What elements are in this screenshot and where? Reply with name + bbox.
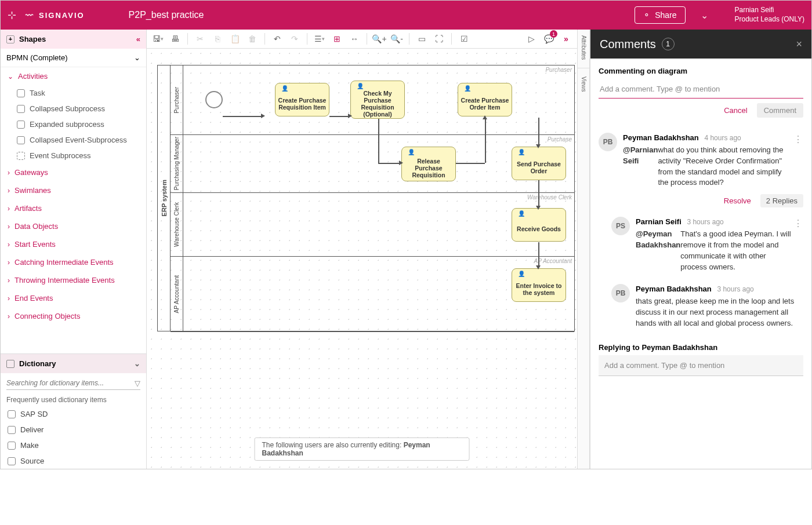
fullscreen-button[interactable]: ⛶ (432, 31, 447, 46)
share-label: Share (655, 10, 676, 20)
paste-button[interactable]: 📋 (227, 31, 242, 46)
resolve-button[interactable]: Resolve (720, 194, 755, 207)
spacing-button[interactable]: ↔ (347, 31, 362, 46)
user-menu-chevron-icon[interactable]: ⌄ (701, 10, 708, 21)
category-data-objects[interactable]: Data Objects (1, 217, 146, 235)
add-shape-icon[interactable]: + (6, 35, 14, 43)
share-button[interactable]: ⚬ Share (635, 6, 685, 24)
redo-button[interactable]: ↷ (287, 31, 302, 46)
save-button[interactable]: 🖫 (150, 31, 165, 46)
task-release-requisition[interactable]: Release Purchase Requisition (401, 147, 456, 181)
lane-label-warehouse: Warehouse Clerk (527, 194, 572, 200)
task-send-po[interactable]: Send Purchase Order (512, 147, 566, 180)
category-throwing-intermediate[interactable]: Throwing Intermediate Events (1, 271, 146, 289)
shape-event-subprocess[interactable]: Event Subprocess (1, 148, 146, 163)
bpmn-pool[interactable]: ERP system Purchaser Purchaser Create Pu… (157, 65, 575, 331)
grid-button[interactable]: ⊞ (329, 31, 345, 46)
shape-collapsed-event-subprocess[interactable]: Collapsed Event-Subprocess (1, 132, 146, 148)
copy-button[interactable]: ⎘ (210, 31, 225, 46)
zoom-in-button[interactable]: 🔍+ (372, 31, 387, 46)
brand: 〰 SIGNAVIO (26, 11, 85, 20)
nav-icon[interactable]: ⊹ (8, 9, 16, 21)
tab-views[interactable]: Views (581, 74, 587, 94)
category-artifacts[interactable]: Artifacts (1, 199, 146, 217)
category-activities[interactable]: Activities (1, 67, 146, 85)
task-enter-invoice[interactable]: Enter Invoice to the system (512, 268, 566, 302)
category-catching-intermediate[interactable]: Catching Intermediate Events (1, 253, 146, 271)
comment-author: Parnian Seifi (636, 217, 682, 226)
lane-purchasing-manager[interactable]: Purchasing Manager Purchase Release Purc… (171, 135, 574, 193)
collapse-right-icon[interactable]: » (559, 31, 574, 46)
category-connecting-objects[interactable]: Connecting Objects (1, 307, 146, 325)
collapse-sidebar-icon[interactable]: « (136, 35, 140, 43)
mention[interactable]: @Peyman Badakhshan (636, 229, 680, 272)
comments-header: Comments 1 × (590, 30, 811, 59)
comments-toggle-button[interactable]: 💬1 (541, 31, 556, 46)
dictionary-header[interactable]: Dictionary ⌄ (1, 353, 146, 373)
undo-button[interactable]: ↶ (270, 31, 285, 46)
commenting-on-label: Commenting on diagram (599, 67, 803, 75)
comments-badge: 1 (550, 30, 557, 38)
dict-item-source[interactable]: Source (1, 453, 146, 469)
task-icon (17, 89, 25, 97)
comment-menu-icon[interactable]: ⋮ (793, 133, 803, 146)
start-event[interactable] (205, 91, 223, 108)
lane-ap[interactable]: AP Accountant AP Accountant Enter Invoic… (171, 257, 574, 332)
shape-task[interactable]: Task (1, 85, 146, 101)
lane-purchaser[interactable]: Purchaser Purchaser Create Purchase Requ… (171, 65, 574, 135)
process-icon (8, 426, 16, 434)
comments-title: Comments (600, 38, 656, 51)
dict-item-deliver[interactable]: Deliver (1, 422, 146, 437)
event-subprocess-icon (17, 152, 25, 160)
task-create-po[interactable]: Create Purchase Order Item (458, 83, 512, 116)
category-start-events[interactable]: Start Events (1, 235, 146, 253)
comment-item: PB ⋮ Peyman Badakhshan 4 hours ago @Parn… (599, 127, 803, 194)
mention[interactable]: @Parnian Seifi (623, 145, 658, 188)
diagram-canvas[interactable]: ERP system Purchaser Purchaser Create Pu… (147, 49, 577, 469)
user-task-icon (514, 149, 521, 156)
shape-expanded-subprocess[interactable]: Expanded subprocess (1, 116, 146, 132)
reply-input[interactable]: Add a comment. Type @ to mention (599, 355, 803, 376)
delete-button[interactable]: 🗑 (245, 31, 260, 46)
task-receive-goods[interactable]: Receive Goods (512, 208, 566, 242)
tab-attributes[interactable]: Attributes (581, 33, 587, 62)
comment-reply: PS ⋮ Parnian Seifi 3 hours ago @Peyman B… (599, 211, 803, 278)
cancel-comment-button[interactable]: Cancel (718, 103, 753, 118)
play-button[interactable]: ▷ (524, 31, 539, 46)
close-comments-button[interactable]: × (796, 38, 802, 50)
dictionary-frequent-label: Frequently used dictionary items (1, 393, 146, 406)
brand-logo-icon: 〰 (26, 11, 34, 20)
print-button[interactable]: 🖶 (168, 31, 183, 46)
dictionary-search-input[interactable] (6, 377, 135, 389)
shape-profile-select[interactable]: BPMN (Complete) ⌄ (1, 49, 146, 67)
filter-icon[interactable]: ▽ (135, 379, 140, 388)
cut-button[interactable]: ✂ (193, 31, 208, 46)
shape-collapsed-subprocess[interactable]: Collapsed Subprocess (1, 101, 146, 116)
category-gateways[interactable]: Gateways (1, 163, 146, 181)
user-task-icon (278, 85, 285, 92)
align-button[interactable]: ☰ (312, 31, 327, 46)
dict-item-sap-sd[interactable]: SAP SD (1, 406, 146, 422)
lane-warehouse[interactable]: Warehouse Clerk Warehouse Clerk Receive … (171, 193, 574, 257)
user-task-icon (404, 149, 411, 156)
dictionary-collapse-icon: ⌄ (134, 359, 140, 368)
submit-comment-button[interactable]: Comment (757, 103, 803, 118)
system-icon (8, 410, 16, 418)
replying-to-label: Replying to Peyman Badakhshan (599, 343, 803, 352)
replies-toggle[interactable]: 2 Replies (760, 194, 803, 207)
fit-button[interactable]: ▭ (414, 31, 429, 46)
validate-button[interactable]: ☑ (456, 31, 472, 46)
zoom-out-button[interactable]: 🔍- (389, 31, 404, 46)
task-check-requisition[interactable]: Check My Purchase Requisition (Optional) (350, 81, 405, 119)
share-icon: ⚬ (643, 10, 650, 20)
task-create-requisition[interactable]: Create Purchase Requisition Item (275, 83, 329, 116)
app-header: ⊹ 〰 SIGNAVIO P2P_best practice ⚬ Share ⌄… (1, 1, 811, 30)
new-comment-input[interactable]: Add a comment. Type @ to mention (599, 80, 803, 99)
category-end-events[interactable]: End Events (1, 289, 146, 307)
brand-name: SIGNAVIO (39, 11, 85, 20)
document-title: P2P_best practice (129, 10, 204, 20)
category-swimlanes[interactable]: Swimlanes (1, 181, 146, 199)
dict-item-make[interactable]: Make (1, 437, 146, 453)
comment-menu-icon[interactable]: ⋮ (793, 217, 803, 230)
user-menu[interactable]: Parnian Seifi Product Leads (ONLY) (735, 6, 805, 24)
